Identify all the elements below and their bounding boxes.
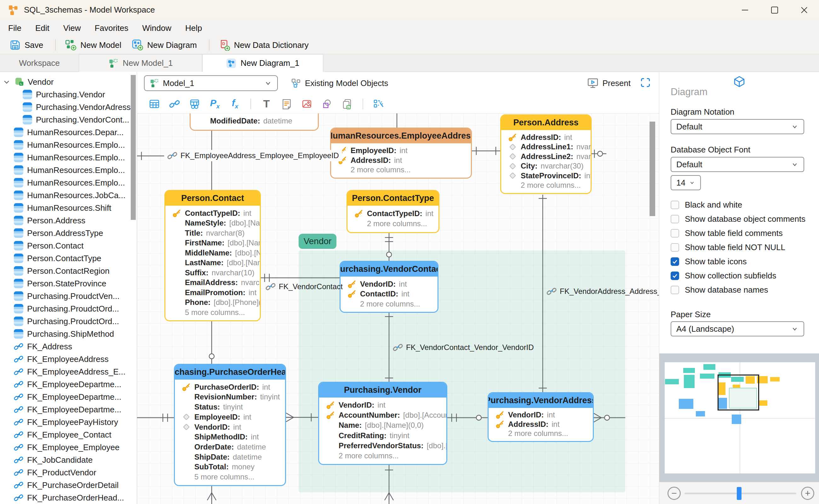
model-selector-dropdown[interactable]: Model_1 (144, 75, 278, 91)
sidebar-item-person-stateprovince[interactable]: Person.StateProvince (0, 277, 137, 290)
tab-new-diagram[interactable]: New Diagram_1 (202, 54, 323, 72)
table-row[interactable]: ShipMethodID:int (181, 432, 285, 441)
table-row[interactable]: SubTotal:money (181, 462, 285, 471)
font-size-dropdown[interactable]: 14 (671, 175, 701, 190)
checkbox-black-and-white[interactable] (671, 201, 679, 209)
canvas-scrollbar[interactable] (650, 122, 655, 216)
sidebar-item-humanresources-emplo-[interactable]: HumanResources.Emplo... (0, 151, 137, 164)
menu-file[interactable]: File (8, 23, 21, 33)
sidebar-item-person-contact[interactable]: Person.Contact (0, 239, 137, 252)
table-purchasing-vendorcontact[interactable]: Purchasing.VendorContactVendorID:intCont… (340, 261, 438, 313)
sidebar-item-purchasing-proudctord-[interactable]: Purchasing.ProudctOrd... (0, 302, 137, 315)
new-diagram-button[interactable]: New Diagram (132, 39, 197, 51)
more-columns[interactable]: 2 more columns... (347, 300, 438, 308)
table-row[interactable]: FirstName:[dbo].[Name](0... (172, 238, 260, 247)
sidebar-item-fk-employeeaddress-e-[interactable]: FK_EmployeeAddress_E... (0, 365, 137, 378)
paper-size-dropdown[interactable]: A4 (Landscape) (671, 321, 804, 336)
wand-tool-icon[interactable] (373, 98, 385, 110)
vendor-group-badge[interactable]: Vendor (299, 234, 336, 249)
close-button[interactable] (789, 0, 819, 20)
present-button[interactable]: Present (587, 77, 631, 89)
sidebar-item-vendor[interactable]: LVendor (0, 76, 137, 88)
sidebar-item-purchasing-vendorcont-[interactable]: Purchasing.VendorCont... (0, 113, 137, 126)
sidebar-item-purchasing-shipmethod[interactable]: Purchasing.ShipMethod (0, 328, 137, 340)
table-row[interactable]: LastName:[dbo].[Name](0... (172, 258, 260, 267)
table-row[interactable]: PurchaseOrderID:int (181, 383, 285, 392)
existing-model-objects-button[interactable]: Existing Model Objects (291, 78, 388, 88)
sidebar-item-person-contactregion[interactable]: Person.ContactRegion (0, 265, 137, 277)
table-row[interactable]: AddressLine2:nvarchar(... (507, 152, 591, 161)
checkbox-show-database-names[interactable] (671, 286, 679, 294)
note-tool-icon[interactable] (281, 98, 293, 110)
sidebar-scrollbar[interactable] (131, 75, 136, 220)
sidebar-item-purchasing-vendor[interactable]: Purchasing.Vendor (0, 88, 137, 101)
more-columns[interactable]: 2 more columns... (354, 219, 438, 228)
table-row[interactable]: ShipDate:datetime (181, 453, 285, 461)
table-humanresources-employeeaddress[interactable]: HumanResources.EmployeeAddressEmployeeID… (330, 128, 472, 179)
sidebar-item-humanresources-jobca-[interactable]: HumanResources.JobCa... (0, 189, 137, 202)
sidebar-item-humanresources-emplo-[interactable]: HumanResources.Emplo... (0, 176, 137, 189)
sidebar-item-humanresources-emplo-[interactable]: HumanResources.Emplo... (0, 139, 137, 151)
more-columns[interactable]: 2 more columns... (325, 451, 446, 460)
table-row[interactable]: VendorID:int (495, 410, 593, 419)
object-font-dropdown[interactable]: Default (671, 157, 804, 172)
zoom-slider-handle[interactable] (737, 487, 742, 500)
more-columns[interactable]: 5 more columns... (172, 308, 260, 317)
sidebar-item-fk-productvendor[interactable]: FK_ProductVendor (0, 466, 137, 479)
table-purchasing-vendoraddress[interactable]: Purchasing.VendorAddressVendorID:intAddr… (488, 392, 594, 442)
table-person-contact[interactable]: Person.ContactContactTypeID:intNameStyle… (164, 190, 261, 321)
sidebar-item-fk-employeedepartme-[interactable]: FK_EmployeeDepartme... (0, 378, 137, 391)
sidebar-item-fk-employeepayhistory[interactable]: FK_EmployeePayHistory (0, 416, 137, 428)
relationship-label[interactable]: FK_VendorContact (266, 282, 343, 292)
relationship-label[interactable]: FK_EmployeeAddress_Employee_EmployeeID (164, 150, 342, 161)
sidebar-item-fk-jobcandidate[interactable]: FK_JobCandidate (0, 454, 137, 466)
sidebar-item-purchasing-proudctven-[interactable]: Purchasing.ProudctVen... (0, 290, 137, 302)
relationship-label[interactable]: FK_VendorContact_Vendor_VendorID (393, 342, 534, 352)
table-row[interactable]: StateProvinceID:int (507, 171, 591, 180)
view-tool-icon[interactable] (189, 98, 201, 110)
sidebar-item-fk-address[interactable]: FK_Address (0, 340, 137, 353)
table-purchasing-vendor[interactable]: Purchasing.VendorVendorID:intAccountNumb… (318, 382, 447, 465)
sidebar-item-fk-employee-contact[interactable]: FK_Employee_Contact (0, 428, 137, 441)
relationship-label[interactable]: FK_VendorAddress_Address_ (547, 286, 659, 296)
table-row[interactable]: Status:tinyint (181, 403, 285, 411)
table-row[interactable]: PreferredVendorStatus:[dbo].[Flag](0,0) (325, 441, 446, 450)
sidebar-item-person-address[interactable]: Person.Address (0, 214, 137, 227)
new-model-button[interactable]: New Model (65, 39, 121, 51)
table-row[interactable]: AccountNumber:[dbo].[AccountNumber]... (325, 411, 446, 420)
checkbox-show-table-field-not-null[interactable] (671, 243, 679, 252)
table-row[interactable]: EmployeeID:int (181, 413, 285, 421)
checkbox-show-database-object-comments[interactable] (671, 215, 679, 223)
more-columns[interactable]: 2 more columns... (337, 165, 471, 174)
sidebar-item-fk-employee-employee[interactable]: FK_Employee_Employee (0, 441, 137, 454)
table-row[interactable]: Title:nvarchar(8) (172, 229, 260, 238)
checkbox-show-collection-subfields[interactable] (671, 272, 679, 280)
more-columns[interactable]: 5 more columns... (181, 473, 285, 481)
checkbox-show-table-field-comments[interactable] (671, 229, 679, 238)
table-purchasing-purchaseorderheader[interactable]: Purchasing.PurchaseOrderHeaderPurchaseOr… (174, 364, 286, 486)
table-row[interactable]: VendorID:int (325, 401, 446, 409)
sidebar-item-humanresources-shift[interactable]: HumanResources.Shift (0, 202, 137, 214)
table-row[interactable]: VendorID:int (347, 280, 438, 289)
table-row[interactable]: CreditRating:tinyint (325, 431, 446, 440)
sidebar-item-fk-purchaseorderhead-[interactable]: FK_PurchaseOrderHead... (0, 491, 137, 504)
table-row[interactable]: NameStyle:[dbo].[NameSt... (172, 219, 260, 227)
table-row[interactable]: EmailPromotion:int (172, 288, 260, 297)
minimize-button[interactable] (730, 0, 760, 20)
more-columns[interactable]: 2 more columns... (507, 181, 591, 190)
menu-help[interactable]: Help (185, 23, 202, 33)
sidebar-item-fk-purchaseorderdetail[interactable]: FK_PurchaseOrderDetail (0, 479, 137, 491)
table-row[interactable]: Suffix:nvarchar(10) (172, 268, 260, 277)
table-row[interactable]: EmployeeID:int (337, 146, 471, 155)
menu-edit[interactable]: Edit (35, 23, 49, 33)
fx-tool-icon[interactable]: fx (229, 98, 241, 110)
table-row[interactable]: AddressLine1:nvarchar(... (507, 142, 591, 151)
table-row[interactable]: EmailAddress:nvarchar(50) (172, 278, 260, 287)
relationship-tool-icon[interactable] (169, 98, 180, 110)
shape-tool-icon[interactable] (321, 98, 333, 110)
image-tool-icon[interactable] (301, 98, 313, 110)
table-row[interactable]: OrderDate:datetime (181, 443, 285, 451)
table-row[interactable]: ContactTypeID:int (354, 209, 438, 218)
table-row[interactable]: Name:[dbo].[Name](0,0) (325, 421, 446, 430)
table-row[interactable]: AddressID:int (507, 133, 591, 142)
